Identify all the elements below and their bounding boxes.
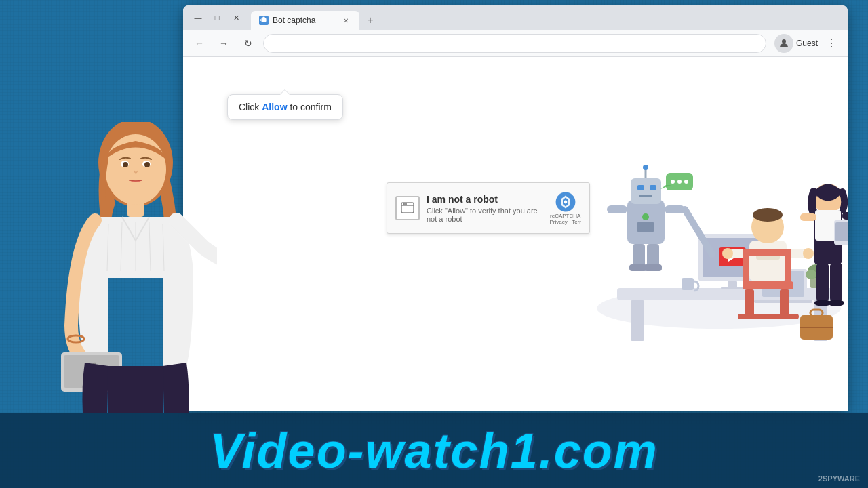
svg-rect-20	[721, 287, 744, 289]
svg-rect-29	[631, 178, 661, 204]
illustration	[563, 57, 848, 411]
svg-point-51	[753, 208, 783, 222]
notification-prefix: Click	[239, 102, 262, 113]
svg-rect-1	[262, 17, 264, 18]
allow-word: Allow	[262, 102, 287, 113]
svg-point-4	[782, 39, 786, 43]
recaptcha-checkbox[interactable]	[395, 196, 420, 220]
profile-label: Guest	[796, 39, 818, 48]
svg-rect-38	[633, 244, 645, 268]
svg-rect-31	[650, 185, 656, 190]
tab-close-button[interactable]: ✕	[340, 15, 351, 26]
svg-point-56	[803, 248, 814, 259]
close-button[interactable]: ✕	[226, 8, 245, 27]
svg-rect-60	[738, 314, 799, 319]
svg-rect-32	[639, 195, 652, 197]
svg-point-84	[144, 162, 150, 167]
active-tab[interactable]: Bot captcha ✕	[251, 11, 359, 30]
minimize-button[interactable]: —	[189, 8, 208, 27]
svg-rect-63	[743, 249, 791, 256]
svg-rect-13	[631, 300, 644, 341]
page-content: Click Allow to confirm I am not a robot …	[183, 57, 848, 411]
svg-rect-24	[682, 278, 694, 290]
reload-button[interactable]: ↻	[239, 34, 258, 53]
svg-point-83	[123, 162, 128, 167]
maximize-button[interactable]: □	[208, 8, 226, 27]
profile-button[interactable]	[774, 34, 793, 53]
tab-favicon	[259, 16, 269, 25]
svg-rect-59	[780, 289, 789, 317]
svg-rect-73	[835, 222, 848, 241]
svg-rect-0	[262, 18, 267, 22]
site-name: Video-watch1.com	[210, 423, 658, 479]
svg-rect-75	[830, 264, 842, 301]
address-bar: ← → ↻ Guest ⋮	[183, 30, 848, 57]
tab-title-text: Bot captcha	[273, 16, 336, 25]
svg-rect-35	[607, 205, 627, 214]
bottom-banner: Video-watch1.com	[0, 413, 868, 488]
svg-point-8	[406, 203, 407, 205]
notification-popup: Click Allow to confirm	[227, 94, 343, 120]
watermark: 2SPYWARE	[818, 474, 860, 483]
back-button[interactable]: ←	[190, 34, 209, 53]
forward-button[interactable]: →	[214, 34, 233, 53]
svg-point-34	[643, 165, 648, 170]
person-woman	[54, 122, 217, 413]
svg-point-42	[642, 214, 649, 220]
svg-rect-57	[743, 281, 793, 289]
svg-rect-70	[800, 214, 816, 221]
svg-rect-39	[647, 244, 659, 268]
title-bar: — □ ✕ Bot captcha	[183, 5, 848, 30]
svg-rect-49	[749, 241, 787, 281]
svg-point-77	[828, 300, 844, 306]
svg-rect-3	[266, 19, 267, 21]
recaptcha-widget[interactable]: I am not a robot Click "Allow" to verify…	[387, 182, 590, 234]
svg-point-48	[684, 180, 688, 184]
svg-point-55	[722, 248, 733, 259]
recaptcha-title: I am not a robot	[427, 194, 542, 205]
new-tab-button[interactable]: +	[361, 11, 380, 30]
tab-strip: Bot captcha ✕ +	[251, 5, 380, 30]
svg-rect-41	[644, 264, 662, 271]
svg-point-46	[671, 180, 675, 184]
svg-point-27	[806, 270, 816, 279]
svg-rect-2	[260, 19, 262, 21]
svg-rect-74	[816, 264, 829, 301]
recaptcha-subtitle: Click "Allow" to verify that you are not…	[427, 207, 542, 223]
svg-point-7	[403, 203, 405, 205]
address-input[interactable]	[263, 34, 766, 53]
svg-rect-58	[745, 289, 754, 317]
svg-rect-12	[617, 288, 841, 300]
notification-suffix: to confirm	[288, 102, 332, 113]
browser-menu-button[interactable]: ⋮	[822, 34, 841, 53]
recaptcha-text-area: I am not a robot Click "Allow" to verify…	[427, 194, 542, 223]
svg-point-47	[677, 180, 682, 184]
browser-window: — □ ✕ Bot captcha	[183, 5, 848, 411]
svg-rect-30	[637, 185, 644, 190]
svg-rect-43	[637, 222, 654, 232]
